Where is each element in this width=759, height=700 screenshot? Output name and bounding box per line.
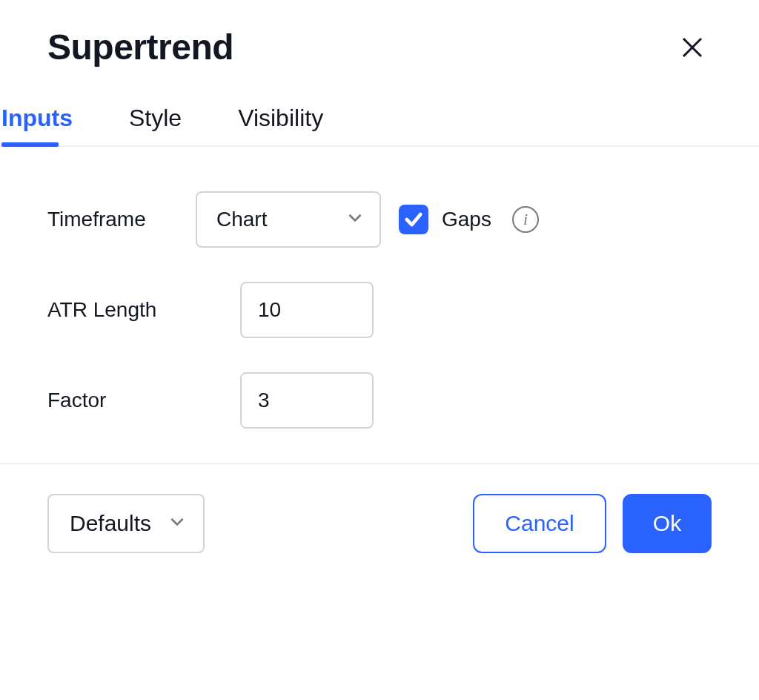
gaps-label: Gaps [442, 208, 491, 231]
indicator-settings-dialog: Supertrend Inputs Style Visibility Timef… [0, 0, 759, 583]
footer-separator [0, 463, 759, 464]
tab-visibility[interactable]: Visibility [238, 105, 323, 145]
factor-row: Factor [47, 372, 712, 429]
chevron-down-icon [345, 208, 365, 232]
gaps-info-icon[interactable]: i [512, 206, 539, 233]
atr-length-row: ATR Length [47, 282, 712, 338]
atr-length-label: ATR Length [47, 298, 240, 322]
dialog-header: Supertrend [47, 27, 712, 67]
close-icon [679, 34, 706, 61]
factor-label: Factor [47, 389, 240, 412]
timeframe-label: Timeframe [47, 208, 196, 231]
ok-button[interactable]: Ok [623, 494, 712, 553]
gaps-group: Gaps i [399, 205, 539, 234]
chevron-down-icon [168, 511, 187, 536]
close-button[interactable] [673, 28, 712, 67]
tab-inputs[interactable]: Inputs [1, 105, 73, 145]
timeframe-row: Timeframe Chart Gaps i [47, 191, 712, 248]
factor-input[interactable] [240, 372, 374, 429]
check-icon [403, 209, 424, 230]
footer-actions: Cancel Ok [473, 494, 712, 553]
timeframe-select[interactable]: Chart [196, 191, 381, 248]
dialog-title: Supertrend [47, 27, 233, 67]
tab-style[interactable]: Style [129, 105, 182, 145]
cancel-button[interactable]: Cancel [473, 494, 606, 553]
defaults-label: Defaults [70, 511, 151, 536]
gaps-checkbox[interactable] [399, 205, 428, 234]
dialog-footer: Defaults Cancel Ok [47, 494, 712, 553]
defaults-dropdown[interactable]: Defaults [47, 494, 205, 553]
timeframe-value: Chart [216, 208, 267, 231]
atr-length-input[interactable] [240, 282, 374, 338]
tab-bar: Inputs Style Visibility [0, 105, 759, 147]
